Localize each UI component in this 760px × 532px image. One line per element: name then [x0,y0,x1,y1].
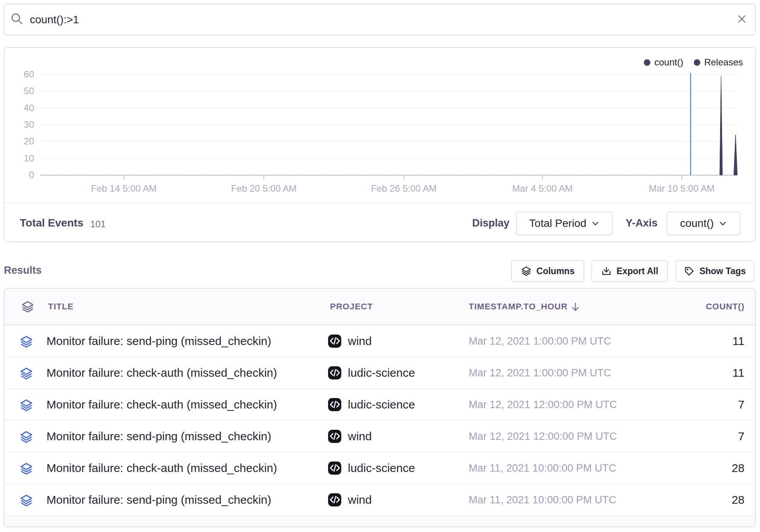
download-icon [601,266,612,276]
svg-text:Feb 20 5:00 AM: Feb 20 5:00 AM [231,183,296,194]
count-cell: 7 [738,398,745,411]
svg-text:Mar 4 5:00 AM: Mar 4 5:00 AM [512,183,573,194]
clear-search-icon[interactable] [737,14,747,26]
svg-text:40: 40 [24,103,34,113]
stack-icon [20,335,33,348]
show-tags-button[interactable]: Show Tags [676,260,754,282]
svg-text:50: 50 [24,86,34,96]
chart-legend: count()Releases [644,57,743,68]
count-cell: 11 [732,366,745,379]
column-header-timestamp[interactable]: TIMESTAMP.TO_HOUR [469,288,580,325]
timestamp-cell: Mar 12, 2021 1:00:00 PM UTC [469,367,611,379]
events-chart[interactable]: 0102030405060Feb 14 5:00 AMFeb 20 5:00 A… [4,48,755,203]
sort-desc-arrow-icon [571,302,580,312]
stack-icon [20,399,33,412]
project-name: wind [348,335,372,348]
svg-text:Mar 10 5:00 AM: Mar 10 5:00 AM [649,183,714,194]
chevron-down-icon [719,219,727,228]
chevron-down-icon [591,219,600,228]
timestamp-cell: Mar 12, 2021 1:00:00 PM UTC [469,335,611,347]
legend-label: count() [654,57,683,68]
event-title-link[interactable]: Monitor failure: check-auth (missed_chec… [46,366,277,379]
total-events-value: 101 [90,219,106,230]
y-axis-dropdown[interactable]: count() [667,212,740,235]
chart-canvas: 0102030405060Feb 14 5:00 AMFeb 20 5:00 A… [4,48,755,203]
project-cell: wind [328,493,372,506]
event-title-link[interactable]: Monitor failure: send-ping (missed_check… [46,493,271,506]
stack-icon[interactable] [21,288,34,325]
table-row[interactable]: Monitor failure: check-auth (missed_chec… [4,452,755,484]
legend-label: Releases [704,57,743,68]
svg-text:60: 60 [24,69,34,79]
project-cell: ludic-science [328,398,415,411]
event-title-link[interactable]: Monitor failure: check-auth (missed_chec… [46,462,277,475]
project-name: wind [348,493,372,506]
count-cell: 11 [732,335,745,348]
table-row[interactable]: Monitor failure: check-auth (missed_chec… [4,357,755,389]
event-title-link[interactable]: Monitor failure: send-ping (missed_check… [46,335,271,348]
tag-icon [684,266,695,276]
svg-text:10: 10 [24,153,34,163]
project-cell: wind [328,430,372,443]
column-header-count[interactable]: COUNT() [706,288,745,325]
column-header-project[interactable]: PROJECT [330,288,373,325]
columns-button-label: Columns [536,266,574,276]
table-row[interactable]: Monitor failure: send-ping (missed_check… [4,484,755,516]
count-cell: 28 [732,462,745,475]
search-input[interactable]: count():>1 [30,14,737,26]
svg-text:0: 0 [29,170,34,180]
legend-item-releases[interactable]: Releases [694,57,743,68]
project-platform-icon [328,462,341,475]
display-dropdown[interactable]: Total Period [516,212,612,235]
count-cell: 28 [732,493,745,506]
count-cell: 7 [738,430,745,443]
project-platform-icon [328,366,341,379]
table-body: Monitor failure: send-ping (missed_check… [4,325,755,516]
stack-icon [20,494,33,507]
svg-text:20: 20 [24,136,34,146]
table-header-row: TITLE PROJECT TIMESTAMP.TO_HOUR COUNT() [4,288,755,325]
svg-text:Feb 26 5:00 AM: Feb 26 5:00 AM [371,183,437,194]
project-name: ludic-science [348,366,415,379]
column-header-title[interactable]: TITLE [48,288,74,325]
table-row[interactable]: Monitor failure: send-ping (missed_check… [4,325,755,357]
project-name: ludic-science [348,398,415,411]
legend-dot-icon [694,59,700,66]
event-title-link[interactable]: Monitor failure: check-auth (missed_chec… [46,398,277,411]
display-dropdown-value: Total Period [529,217,586,230]
stack-icon [20,462,33,475]
legend-dot-icon [644,59,650,66]
timestamp-cell: Mar 12, 2021 12:00:00 PM UTC [469,398,617,410]
export-all-button[interactable]: Export All [591,260,668,282]
show-tags-button-label: Show Tags [700,266,746,276]
timestamp-cell: Mar 11, 2021 10:00:00 PM UTC [469,462,616,474]
search-bar[interactable]: count():>1 [4,4,756,35]
stack-icon [20,431,33,444]
project-cell: ludic-science [328,366,415,379]
project-name: wind [348,430,372,443]
table-row[interactable]: Monitor failure: check-auth (missed_chec… [4,389,755,420]
y-axis-dropdown-value: count() [680,217,714,230]
results-table: TITLE PROJECT TIMESTAMP.TO_HOUR COUNT() … [4,288,756,527]
svg-text:Feb 14 5:00 AM: Feb 14 5:00 AM [91,183,156,194]
stack-icon [521,266,531,276]
project-platform-icon [328,430,341,443]
chart-footer: Total Events 101 Display Total Period Y-… [4,203,755,242]
legend-item-count[interactable]: count() [644,57,683,68]
columns-button[interactable]: Columns [511,260,584,282]
svg-text:30: 30 [24,119,34,130]
display-label: Display [472,217,509,229]
table-footer [4,516,755,526]
results-header: Results Columns Export All Show Tags [4,260,756,282]
event-title-link[interactable]: Monitor failure: send-ping (missed_check… [46,430,271,443]
search-icon [10,12,23,27]
project-platform-icon [328,493,341,506]
project-platform-icon [328,335,341,348]
export-all-button-label: Export All [617,266,659,276]
timestamp-cell: Mar 12, 2021 12:00:00 PM UTC [469,430,617,442]
events-chart-panel: 0102030405060Feb 14 5:00 AMFeb 20 5:00 A… [4,47,756,242]
table-row[interactable]: Monitor failure: send-ping (missed_check… [4,420,755,452]
project-name: ludic-science [348,462,415,475]
discover-page: count():>1 0102030405060Feb 14 5:00 AMFe… [0,0,760,532]
stack-icon [20,367,33,380]
